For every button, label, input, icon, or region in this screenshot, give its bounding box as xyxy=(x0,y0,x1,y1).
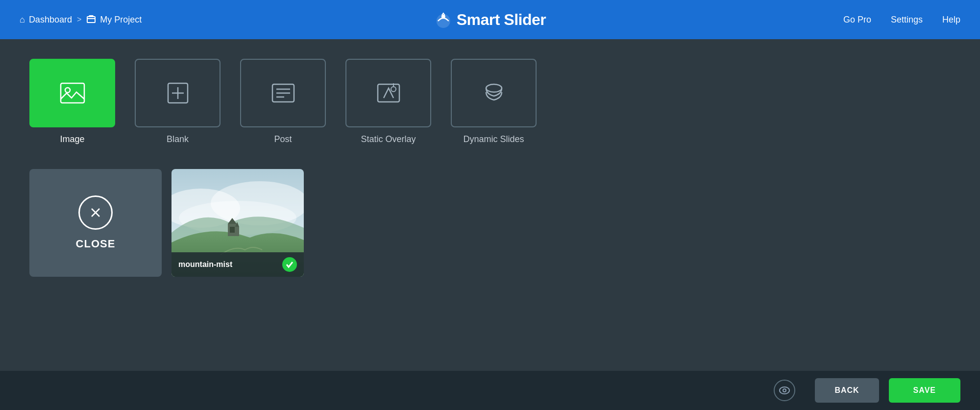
blank-icon-svg xyxy=(163,78,193,108)
image-card-name: mountain-mist xyxy=(178,260,232,269)
main-content: Image Blank Pos xyxy=(0,39,980,371)
svg-point-13 xyxy=(391,87,396,92)
svg-point-15 xyxy=(486,84,502,92)
static-overlay-icon-svg xyxy=(374,78,403,108)
breadcrumb: ⌂ Dashboard > My Project xyxy=(20,15,142,25)
slide-type-post-label: Post xyxy=(274,134,292,145)
help-link[interactable]: Help xyxy=(942,15,960,25)
image-card-mountain-mist[interactable]: mountain-mist xyxy=(172,169,304,277)
slide-type-image-icon xyxy=(29,59,115,127)
svg-rect-25 xyxy=(235,227,239,236)
check-icon xyxy=(282,257,297,272)
slide-type-blank[interactable]: Blank xyxy=(135,59,220,145)
slide-type-static-overlay-label: Static Overlay xyxy=(361,134,416,145)
brand-center: Smart Slider xyxy=(434,10,546,29)
slide-type-blank-label: Blank xyxy=(167,134,189,145)
svg-rect-0 xyxy=(87,17,95,23)
breadcrumb-project[interactable]: My Project xyxy=(86,15,142,25)
save-button[interactable]: SAVE xyxy=(889,378,960,403)
dynamic-icon-svg xyxy=(479,78,509,108)
project-label: My Project xyxy=(100,15,142,25)
slide-type-blank-icon xyxy=(135,59,220,127)
close-label: CLOSE xyxy=(76,238,116,250)
breadcrumb-separator: > xyxy=(77,15,81,24)
image-icon-svg xyxy=(58,78,87,108)
breadcrumb-dashboard[interactable]: ⌂ Dashboard xyxy=(20,15,72,25)
brand-name: Smart Slider xyxy=(457,11,546,29)
svg-point-27 xyxy=(780,387,789,394)
dashboard-label: Dashboard xyxy=(29,15,72,25)
header: ⌂ Dashboard > My Project Smart Slider Go… xyxy=(0,0,980,39)
slide-type-selector: Image Blank Pos xyxy=(29,59,951,145)
slide-type-image-label: Image xyxy=(60,134,84,145)
svg-rect-3 xyxy=(61,83,84,103)
logo-icon xyxy=(434,10,453,29)
slide-type-image[interactable]: Image xyxy=(29,59,115,145)
footer: BACK SAVE xyxy=(0,371,980,410)
go-pro-link[interactable]: Go Pro xyxy=(843,15,871,25)
image-card-footer: mountain-mist xyxy=(172,252,304,277)
close-circle-icon xyxy=(78,195,113,230)
brand-logo: Smart Slider xyxy=(434,10,546,29)
slide-type-dynamic-icon xyxy=(451,59,537,127)
eye-icon xyxy=(778,384,791,397)
post-icon-svg xyxy=(269,78,298,108)
header-nav: Go Pro Settings Help xyxy=(843,15,960,25)
slide-type-static-overlay[interactable]: Static Overlay xyxy=(345,59,431,145)
settings-link[interactable]: Settings xyxy=(891,15,923,25)
checkmark-svg xyxy=(285,260,294,269)
x-icon xyxy=(87,204,104,221)
svg-rect-24 xyxy=(230,227,235,233)
svg-point-28 xyxy=(783,389,786,392)
project-icon xyxy=(86,15,96,24)
slide-type-post[interactable]: Post xyxy=(240,59,326,145)
slide-type-post-icon xyxy=(240,59,326,127)
slide-type-static-overlay-icon xyxy=(345,59,431,127)
image-picker: CLOSE xyxy=(29,169,951,277)
slide-type-dynamic[interactable]: Dynamic Slides xyxy=(451,59,537,145)
home-icon: ⌂ xyxy=(20,15,25,25)
preview-button[interactable] xyxy=(774,380,795,401)
slide-type-dynamic-label: Dynamic Slides xyxy=(463,134,524,145)
back-button[interactable]: BACK xyxy=(815,378,879,403)
svg-point-4 xyxy=(65,88,70,93)
svg-point-2 xyxy=(441,15,445,19)
close-card[interactable]: CLOSE xyxy=(29,169,162,277)
